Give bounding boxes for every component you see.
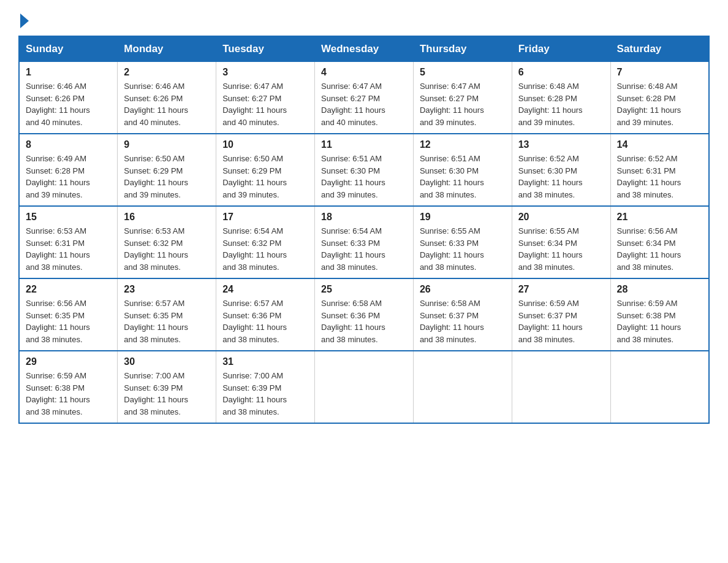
day-info: Sunrise: 6:58 AMSunset: 6:36 PMDaylight:…	[321, 299, 385, 344]
day-number: 9	[124, 139, 210, 150]
day-number: 21	[617, 212, 702, 223]
calendar-cell: 15 Sunrise: 6:53 AMSunset: 6:31 PMDaylig…	[19, 206, 118, 278]
calendar-cell: 11 Sunrise: 6:51 AMSunset: 6:30 PMDaylig…	[315, 134, 414, 206]
day-info: Sunrise: 6:55 AMSunset: 6:33 PMDaylight:…	[420, 226, 484, 272]
day-info: Sunrise: 6:47 AMSunset: 6:27 PMDaylight:…	[222, 82, 287, 127]
calendar-cell: 4 Sunrise: 6:47 AMSunset: 6:27 PMDayligh…	[315, 62, 414, 134]
day-number: 18	[321, 212, 407, 223]
day-info: Sunrise: 6:54 AMSunset: 6:32 PMDaylight:…	[222, 226, 287, 272]
calendar-cell: 7 Sunrise: 6:48 AMSunset: 6:28 PMDayligh…	[610, 62, 709, 134]
calendar-cell: 19 Sunrise: 6:55 AMSunset: 6:33 PMDaylig…	[413, 206, 512, 278]
calendar-week-row: 1 Sunrise: 6:46 AMSunset: 6:26 PMDayligh…	[19, 62, 709, 134]
day-number: 13	[518, 139, 604, 150]
logo-arrow-icon	[20, 13, 29, 28]
day-number: 19	[420, 212, 506, 223]
day-info: Sunrise: 6:56 AMSunset: 6:35 PMDaylight:…	[26, 299, 90, 344]
header-wednesday: Wednesday	[315, 36, 414, 62]
calendar-table: SundayMondayTuesdayWednesdayThursdayFrid…	[18, 36, 710, 424]
day-number: 22	[26, 284, 111, 295]
calendar-cell: 20 Sunrise: 6:55 AMSunset: 6:34 PMDaylig…	[512, 206, 610, 278]
day-number: 11	[321, 139, 407, 150]
day-info: Sunrise: 6:53 AMSunset: 6:32 PMDaylight:…	[124, 226, 188, 272]
day-number: 20	[518, 212, 604, 223]
header-tuesday: Tuesday	[216, 36, 315, 62]
calendar-cell	[512, 351, 610, 423]
day-number: 6	[518, 67, 604, 78]
day-info: Sunrise: 6:53 AMSunset: 6:31 PMDaylight:…	[26, 226, 90, 272]
day-info: Sunrise: 6:49 AMSunset: 6:28 PMDaylight:…	[26, 154, 90, 199]
calendar-cell: 10 Sunrise: 6:50 AMSunset: 6:29 PMDaylig…	[216, 134, 315, 206]
calendar-cell: 13 Sunrise: 6:52 AMSunset: 6:30 PMDaylig…	[512, 134, 610, 206]
day-info: Sunrise: 6:50 AMSunset: 6:29 PMDaylight:…	[222, 154, 287, 199]
calendar-cell: 21 Sunrise: 6:56 AMSunset: 6:34 PMDaylig…	[610, 206, 709, 278]
calendar-cell: 23 Sunrise: 6:57 AMSunset: 6:35 PMDaylig…	[118, 278, 216, 351]
day-info: Sunrise: 6:56 AMSunset: 6:34 PMDaylight:…	[617, 226, 681, 272]
day-info: Sunrise: 6:55 AMSunset: 6:34 PMDaylight:…	[518, 226, 583, 272]
calendar-cell: 26 Sunrise: 6:58 AMSunset: 6:37 PMDaylig…	[413, 278, 512, 351]
day-info: Sunrise: 6:59 AMSunset: 6:38 PMDaylight:…	[26, 371, 90, 416]
day-number: 31	[222, 356, 308, 367]
calendar-cell: 24 Sunrise: 6:57 AMSunset: 6:36 PMDaylig…	[216, 278, 315, 351]
day-number: 12	[420, 139, 506, 150]
calendar-cell	[610, 351, 709, 423]
calendar-cell: 1 Sunrise: 6:46 AMSunset: 6:26 PMDayligh…	[19, 62, 118, 134]
header-saturday: Saturday	[610, 36, 709, 62]
day-number: 8	[26, 139, 111, 150]
day-info: Sunrise: 7:00 AMSunset: 6:39 PMDaylight:…	[222, 371, 287, 416]
calendar-header-row: SundayMondayTuesdayWednesdayThursdayFrid…	[19, 36, 709, 62]
logo	[18, 12, 29, 26]
calendar-cell: 16 Sunrise: 6:53 AMSunset: 6:32 PMDaylig…	[118, 206, 216, 278]
day-number: 26	[420, 284, 506, 295]
calendar-week-row: 29 Sunrise: 6:59 AMSunset: 6:38 PMDaylig…	[19, 351, 709, 423]
day-number: 28	[617, 284, 702, 295]
calendar-cell: 9 Sunrise: 6:50 AMSunset: 6:29 PMDayligh…	[118, 134, 216, 206]
day-info: Sunrise: 6:52 AMSunset: 6:31 PMDaylight:…	[617, 154, 681, 199]
day-info: Sunrise: 6:51 AMSunset: 6:30 PMDaylight:…	[321, 154, 385, 199]
calendar-cell: 29 Sunrise: 6:59 AMSunset: 6:38 PMDaylig…	[19, 351, 118, 423]
day-info: Sunrise: 6:59 AMSunset: 6:38 PMDaylight:…	[617, 299, 681, 344]
calendar-cell: 28 Sunrise: 6:59 AMSunset: 6:38 PMDaylig…	[610, 278, 709, 351]
day-number: 23	[124, 284, 210, 295]
day-number: 4	[321, 67, 407, 78]
day-info: Sunrise: 6:54 AMSunset: 6:33 PMDaylight:…	[321, 226, 385, 272]
day-info: Sunrise: 6:47 AMSunset: 6:27 PMDaylight:…	[420, 82, 484, 127]
day-info: Sunrise: 6:50 AMSunset: 6:29 PMDaylight:…	[124, 154, 188, 199]
day-number: 16	[124, 212, 210, 223]
header-thursday: Thursday	[413, 36, 512, 62]
day-number: 5	[420, 67, 506, 78]
calendar-cell: 17 Sunrise: 6:54 AMSunset: 6:32 PMDaylig…	[216, 206, 315, 278]
calendar-cell: 25 Sunrise: 6:58 AMSunset: 6:36 PMDaylig…	[315, 278, 414, 351]
day-number: 30	[124, 356, 210, 367]
calendar-cell: 22 Sunrise: 6:56 AMSunset: 6:35 PMDaylig…	[19, 278, 118, 351]
calendar-cell: 12 Sunrise: 6:51 AMSunset: 6:30 PMDaylig…	[413, 134, 512, 206]
day-info: Sunrise: 6:47 AMSunset: 6:27 PMDaylight:…	[321, 82, 385, 127]
calendar-cell: 5 Sunrise: 6:47 AMSunset: 6:27 PMDayligh…	[413, 62, 512, 134]
day-number: 10	[222, 139, 308, 150]
day-number: 27	[518, 284, 604, 295]
calendar-cell: 31 Sunrise: 7:00 AMSunset: 6:39 PMDaylig…	[216, 351, 315, 423]
day-number: 14	[617, 139, 702, 150]
day-info: Sunrise: 6:46 AMSunset: 6:26 PMDaylight:…	[124, 82, 188, 127]
calendar-cell: 8 Sunrise: 6:49 AMSunset: 6:28 PMDayligh…	[19, 134, 118, 206]
day-number: 15	[26, 212, 111, 223]
day-info: Sunrise: 6:57 AMSunset: 6:36 PMDaylight:…	[222, 299, 287, 344]
day-info: Sunrise: 6:57 AMSunset: 6:35 PMDaylight:…	[124, 299, 188, 344]
day-number: 7	[617, 67, 702, 78]
calendar-cell: 2 Sunrise: 6:46 AMSunset: 6:26 PMDayligh…	[118, 62, 216, 134]
day-info: Sunrise: 7:00 AMSunset: 6:39 PMDaylight:…	[124, 371, 188, 416]
calendar-cell: 14 Sunrise: 6:52 AMSunset: 6:31 PMDaylig…	[610, 134, 709, 206]
calendar-week-row: 8 Sunrise: 6:49 AMSunset: 6:28 PMDayligh…	[19, 134, 709, 206]
header-friday: Friday	[512, 36, 610, 62]
day-number: 2	[124, 67, 210, 78]
calendar-cell	[413, 351, 512, 423]
calendar-cell: 27 Sunrise: 6:59 AMSunset: 6:37 PMDaylig…	[512, 278, 610, 351]
day-number: 1	[26, 67, 111, 78]
header-monday: Monday	[118, 36, 216, 62]
calendar-week-row: 22 Sunrise: 6:56 AMSunset: 6:35 PMDaylig…	[19, 278, 709, 351]
day-info: Sunrise: 6:59 AMSunset: 6:37 PMDaylight:…	[518, 299, 583, 344]
calendar-cell: 6 Sunrise: 6:48 AMSunset: 6:28 PMDayligh…	[512, 62, 610, 134]
day-number: 29	[26, 356, 111, 367]
calendar-cell	[315, 351, 414, 423]
calendar-cell: 30 Sunrise: 7:00 AMSunset: 6:39 PMDaylig…	[118, 351, 216, 423]
page-header	[18, 12, 710, 26]
